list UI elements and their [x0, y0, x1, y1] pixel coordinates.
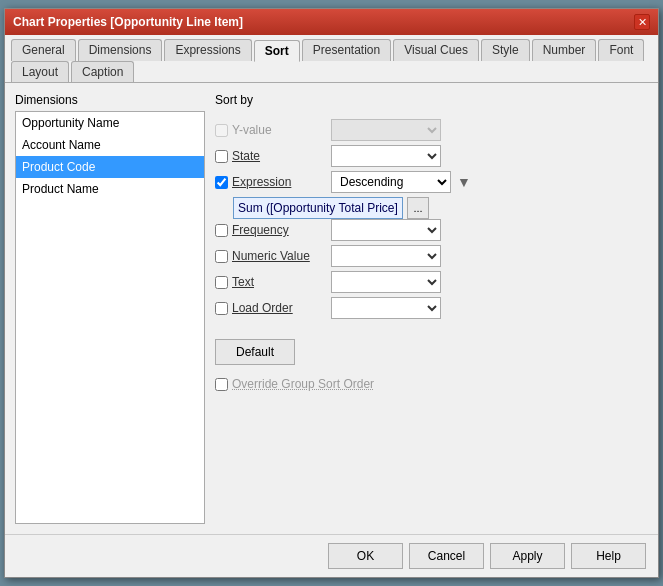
default-button[interactable]: Default	[215, 339, 295, 365]
sort-row-load-order: Load Order Ascending Descending	[215, 297, 648, 319]
list-item[interactable]: Product Code	[16, 156, 204, 178]
tab-visual-cues[interactable]: Visual Cues	[393, 39, 479, 61]
checkbox-expression[interactable]	[215, 176, 228, 189]
label-load-order: Load Order	[215, 301, 325, 315]
ok-button[interactable]: OK	[328, 543, 403, 569]
dropdown-state[interactable]: Ascending Descending	[331, 145, 441, 167]
tab-caption[interactable]: Caption	[71, 61, 134, 82]
left-panel: Dimensions Opportunity NameAccount NameP…	[15, 93, 205, 524]
sort-row-state: State Ascending Descending	[215, 145, 648, 167]
dimensions-label: Dimensions	[15, 93, 205, 107]
cancel-button[interactable]: Cancel	[409, 543, 484, 569]
dropdown-numeric-value[interactable]: Ascending Descending	[331, 245, 441, 267]
sort-row-frequency: Frequency Ascending Descending	[215, 219, 648, 241]
help-button[interactable]: Help	[571, 543, 646, 569]
label-state: State	[215, 149, 325, 163]
footer: OK Cancel Apply Help	[5, 534, 658, 577]
checkbox-load-order[interactable]	[215, 302, 228, 315]
override-label: Override Group Sort Order	[232, 377, 374, 391]
right-panel: Sort by Y-value Ascending Descending	[215, 93, 648, 524]
sort-row-y-value: Y-value Ascending Descending	[215, 119, 648, 141]
checkbox-text[interactable]	[215, 276, 228, 289]
checkbox-numeric-value[interactable]	[215, 250, 228, 263]
dropdown-load-order[interactable]: Ascending Descending	[331, 297, 441, 319]
tab-style[interactable]: Style	[481, 39, 530, 61]
tab-expressions[interactable]: Expressions	[164, 39, 251, 61]
sort-row-expression: Expression Ascending Descending ▼ ...	[215, 171, 648, 219]
sort-row-numeric-value: Numeric Value Ascending Descending	[215, 245, 648, 267]
tab-bar: GeneralDimensionsExpressionsSortPresenta…	[5, 35, 658, 83]
expression-label: Expression	[215, 175, 325, 189]
tab-presentation[interactable]: Presentation	[302, 39, 391, 61]
dimensions-list: Opportunity NameAccount NameProduct Code…	[15, 111, 205, 524]
expression-dropdown[interactable]: Ascending Descending	[331, 171, 451, 193]
sort-row-text: Text Ascending Descending	[215, 271, 648, 293]
dropdown-y-value: Ascending Descending	[331, 119, 441, 141]
tab-general[interactable]: General	[11, 39, 76, 61]
label-text: Text	[215, 275, 325, 289]
main-window: Chart Properties [Opportunity Line Item]…	[4, 8, 659, 578]
checkbox-state[interactable]	[215, 150, 228, 163]
override-checkbox[interactable]	[215, 378, 228, 391]
list-item[interactable]: Account Name	[16, 134, 204, 156]
label-y-value: Y-value	[215, 123, 325, 137]
label-numeric-value: Numeric Value	[215, 249, 325, 263]
dropdown-text[interactable]: Ascending Descending	[331, 271, 441, 293]
expression-value-box: ...	[233, 197, 648, 219]
expression-text-input[interactable]	[233, 197, 403, 219]
title-bar: Chart Properties [Opportunity Line Item]…	[5, 9, 658, 35]
override-row: Override Group Sort Order	[215, 377, 648, 391]
label-frequency: Frequency	[215, 223, 325, 237]
window-title: Chart Properties [Opportunity Line Item]	[13, 15, 243, 29]
list-item[interactable]: Product Name	[16, 178, 204, 200]
tab-sort[interactable]: Sort	[254, 40, 300, 62]
tab-layout[interactable]: Layout	[11, 61, 69, 82]
content-area: Dimensions Opportunity NameAccount NameP…	[5, 83, 658, 534]
dropdown-frequency[interactable]: Ascending Descending	[331, 219, 441, 241]
sort-rows-container: Y-value Ascending Descending State	[215, 119, 648, 323]
tab-number[interactable]: Number	[532, 39, 597, 61]
close-button[interactable]: ✕	[634, 14, 650, 30]
expression-edit-button[interactable]: ...	[407, 197, 429, 219]
sort-by-label: Sort by	[215, 93, 648, 107]
tab-font[interactable]: Font	[598, 39, 644, 61]
dropdown-arrow-icon: ▼	[457, 174, 471, 190]
checkbox-y-value	[215, 124, 228, 137]
tab-dimensions[interactable]: Dimensions	[78, 39, 163, 61]
checkbox-frequency[interactable]	[215, 224, 228, 237]
apply-button[interactable]: Apply	[490, 543, 565, 569]
list-item[interactable]: Opportunity Name	[16, 112, 204, 134]
